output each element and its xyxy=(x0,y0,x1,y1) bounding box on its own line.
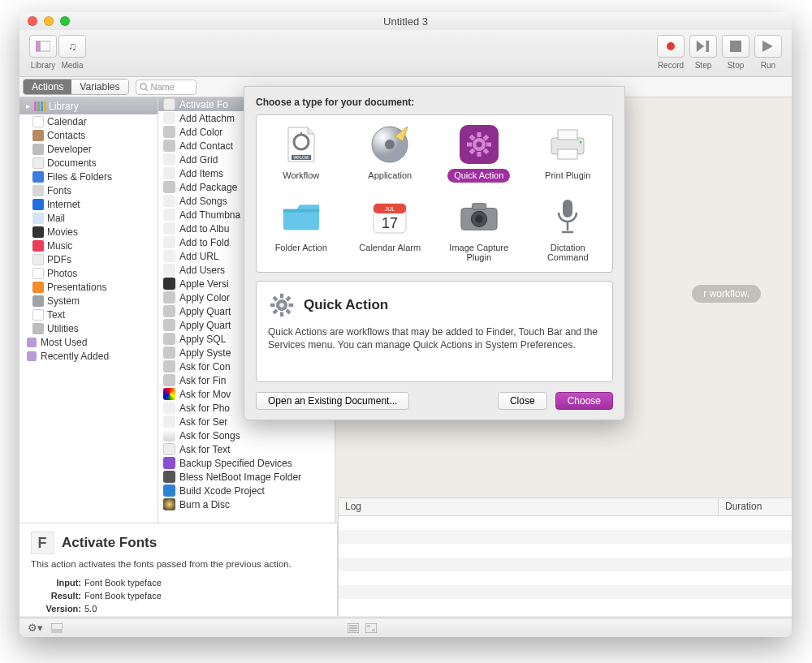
sheet-heading: Choose a type for your document: xyxy=(256,97,613,108)
svg-rect-43 xyxy=(563,200,572,217)
type-folder-action[interactable]: Folder Action xyxy=(257,194,346,266)
sidebar-item-files-folders[interactable]: Files & Folders xyxy=(19,170,158,183)
sidebar-item-developer[interactable]: Developer xyxy=(19,142,158,156)
action-item[interactable]: Burn a Disc xyxy=(158,497,335,511)
tab-variables[interactable]: Variables xyxy=(71,80,127,94)
library-header[interactable]: Library xyxy=(19,97,158,114)
category-icon xyxy=(32,323,44,334)
search-input[interactable]: Name xyxy=(136,80,197,95)
library-toggle-button[interactable] xyxy=(29,35,57,58)
run-button[interactable] xyxy=(754,35,782,58)
sidebar-item-text[interactable]: Text xyxy=(19,308,158,321)
step-icon xyxy=(696,41,710,52)
type-calendar-alarm[interactable]: JUL17 Calendar Alarm xyxy=(346,194,435,266)
type-workflow[interactable]: WFLOW Workflow xyxy=(257,122,346,194)
category-icon xyxy=(32,213,44,224)
svg-text:F: F xyxy=(38,535,47,551)
type-dictation-command[interactable]: Dictation Command xyxy=(524,194,613,266)
sidebar-item-calendar[interactable]: Calendar xyxy=(19,114,158,128)
view-list-icon[interactable] xyxy=(348,623,359,633)
category-icon xyxy=(32,199,44,210)
svg-point-26 xyxy=(385,140,395,149)
sidebar-item-system[interactable]: System xyxy=(19,294,158,308)
sidebar-item-pdfs[interactable]: PDFs xyxy=(19,252,158,266)
run-label: Run xyxy=(761,61,775,70)
play-icon xyxy=(761,41,775,52)
duration-column-header[interactable]: Duration xyxy=(719,498,792,515)
sidebar-item-utilities[interactable]: Utilities xyxy=(19,321,158,335)
sidebar-item-fonts[interactable]: Fonts xyxy=(19,183,158,197)
action-icon xyxy=(163,236,175,248)
gear-menu-icon[interactable]: ⚙︎▾ xyxy=(28,622,43,634)
action-icon xyxy=(163,333,175,345)
svg-point-29 xyxy=(476,142,482,148)
category-icon xyxy=(32,130,44,141)
sidebar-item-movies[interactable]: Movies xyxy=(19,225,158,239)
record-label: Record xyxy=(658,61,684,70)
stop-button[interactable] xyxy=(722,35,749,58)
action-item[interactable]: Bless NetBoot Image Folder xyxy=(158,470,335,484)
action-item[interactable]: Build Xcode Project xyxy=(158,484,335,497)
record-icon xyxy=(667,42,675,50)
log-column-header[interactable]: Log xyxy=(339,498,719,515)
open-existing-button[interactable]: Open an Existing Document... xyxy=(256,392,409,410)
window-title: Untitled 3 xyxy=(19,15,792,28)
close-button[interactable]: Close xyxy=(498,392,547,410)
record-button[interactable] xyxy=(657,35,685,58)
sidebar-item-documents[interactable]: Documents xyxy=(19,156,158,170)
action-icon xyxy=(163,126,175,138)
step-button[interactable] xyxy=(689,35,717,58)
svg-point-42 xyxy=(475,215,483,223)
zoom-window-icon[interactable] xyxy=(60,16,70,26)
svg-rect-9 xyxy=(44,101,46,111)
type-quick-action[interactable]: Quick Action xyxy=(434,122,524,194)
status-bar: ⚙︎▾ xyxy=(19,618,792,637)
step-label: Step xyxy=(695,61,712,70)
svg-rect-3 xyxy=(730,41,741,52)
type-print-plugin[interactable]: Print Plugin xyxy=(524,122,613,194)
stop-icon xyxy=(728,41,743,52)
category-icon xyxy=(32,268,44,279)
log-rows xyxy=(339,516,792,613)
choose-button[interactable]: Choose xyxy=(555,392,613,410)
minimize-window-icon[interactable] xyxy=(44,16,54,26)
action-icon xyxy=(163,374,175,386)
action-icon xyxy=(163,112,175,124)
action-item[interactable]: Ask for Text xyxy=(158,442,335,456)
sidebar-item-mail[interactable]: Mail xyxy=(19,211,158,225)
svg-rect-18 xyxy=(365,623,377,633)
svg-point-47 xyxy=(279,303,284,308)
action-icon xyxy=(163,498,175,510)
search-placeholder: Name xyxy=(151,82,175,92)
action-icon xyxy=(163,471,175,483)
category-icon xyxy=(32,240,44,252)
sidebar-item-music[interactable]: Music xyxy=(19,239,158,252)
action-icon xyxy=(163,443,175,455)
sidebar-item-photos[interactable]: Photos xyxy=(19,266,158,280)
svg-rect-19 xyxy=(367,625,370,627)
type-application[interactable]: Application xyxy=(346,122,435,194)
gear-icon xyxy=(268,291,296,319)
desc-body: Quick Actions are workflows that may be … xyxy=(268,325,601,351)
calendar-icon: JUL17 xyxy=(372,199,408,235)
category-icon xyxy=(32,282,44,293)
sidebar-item-presentations[interactable]: Presentations xyxy=(19,280,158,294)
sidebar-item-internet[interactable]: Internet xyxy=(19,197,158,211)
category-icon xyxy=(32,309,44,321)
action-item[interactable]: Backup Specified Devices xyxy=(158,456,335,470)
info-body: This action activates the fonts passed f… xyxy=(31,559,326,569)
workflow-icon: WFLOW xyxy=(285,126,317,163)
type-image-capture-plugin[interactable]: Image Capture Plugin xyxy=(434,194,524,266)
sidebar-group-recently-added[interactable]: Recently Added xyxy=(19,349,158,363)
close-window-icon[interactable] xyxy=(28,16,37,26)
tab-actions[interactable]: Actions xyxy=(24,80,71,94)
media-button[interactable]: ♫ xyxy=(58,35,86,58)
action-info-panel: F Activate Fonts This action activates t… xyxy=(19,523,338,616)
sidebar-item-contacts[interactable]: Contacts xyxy=(19,128,158,142)
canvas-hint: r workflow. xyxy=(692,285,761,303)
view-flow-icon[interactable] xyxy=(365,623,377,633)
svg-rect-2 xyxy=(706,41,710,52)
sidebar-group-most-used[interactable]: Most Used xyxy=(19,335,158,349)
results-toggle-icon[interactable] xyxy=(51,623,63,633)
action-item[interactable]: Ask for Songs xyxy=(158,428,335,442)
